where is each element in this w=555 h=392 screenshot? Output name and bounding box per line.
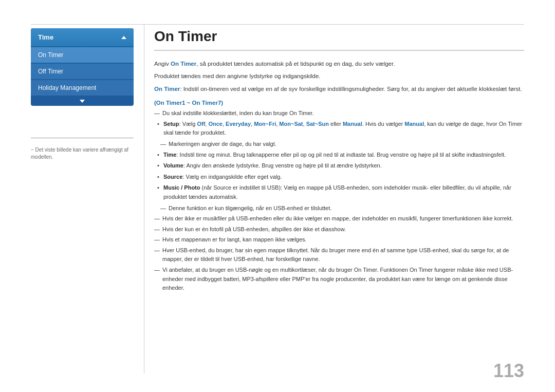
section-header: (On Timer1 ~ On Timer7) — [154, 100, 524, 106]
page-number: 113 — [493, 360, 524, 382]
bullet-source: Source: Vælg en indgangskilde efter eget… — [154, 173, 524, 182]
dash-item-1: Du skal indstille klokkeslættet, inden d… — [154, 109, 524, 118]
sidebar-up-arrow[interactable] — [121, 36, 126, 39]
kw-time: Time — [163, 152, 176, 158]
sidebar-menu: Time On Timer Off Timer Holiday Manageme… — [31, 28, 134, 106]
dash-usb-enhed: Hver USB-enhed, du bruger, har sin egen … — [154, 246, 524, 264]
vertical-divider — [144, 24, 144, 374]
sidebar-item-offtimer[interactable]: Off Timer — [31, 64, 134, 79]
dash-mappenavn: Hvis et mappenavn er for langt, kan mapp… — [154, 235, 524, 245]
intro-ontimer-label: On Timer — [154, 86, 180, 92]
sidebar-down-arrow-container — [31, 97, 134, 106]
sidebar-note-divider — [31, 138, 134, 138]
main-content: On Timer Angiv On Timer, så produktet tæ… — [154, 28, 524, 366]
sidebar-item-ontimer[interactable]: On Timer — [31, 47, 134, 63]
intro-paragraph-2: Produktet tændes med den angivne lydstyr… — [154, 71, 524, 81]
page-title: On Timer — [154, 28, 524, 51]
sidebar-note: − Det viste billede kan variere afhængig… — [31, 146, 134, 161]
intro-ontimer-link: On Timer — [171, 61, 196, 67]
dash-denne-funktion: Denne funktion er kun tilgængelig, når e… — [154, 204, 524, 213]
sidebar-down-arrow[interactable] — [80, 100, 85, 103]
dash-musikfiler: Hvis der ikke er musikfiler på USB-enhed… — [154, 214, 524, 223]
sidebar: Time On Timer Off Timer Holiday Manageme… — [31, 28, 134, 106]
kw-volume: Volume — [163, 162, 183, 169]
kw-music-photo: Music / Photo — [163, 184, 200, 191]
bullet-volume: Volume: Angiv den ønskede lydstyrke. Bru… — [154, 161, 524, 171]
intro-paragraph-3: On Timer: Indstil on-timeren ved at vælg… — [154, 84, 524, 94]
top-divider — [31, 24, 524, 25]
bullet-time: Time: Indstil time og minut. Brug talkna… — [154, 151, 524, 160]
ontimer-ref-1: On Timer — [289, 110, 312, 116]
dash-fotofil: Hvis der kun er én fotofil på USB-enhede… — [154, 225, 524, 234]
sidebar-title: Time — [38, 33, 53, 41]
sidebar-header: Time — [31, 28, 134, 46]
kw-setup: Setup — [163, 121, 179, 127]
dash-indent-markeringen: Markeringen angiver de dage, du har valg… — [154, 140, 524, 149]
sidebar-item-holiday[interactable]: Holiday Management — [31, 80, 134, 96]
bullet-music-photo: Music / Photo (når Source er indstillet … — [154, 183, 524, 201]
intro-paragraph-1: Angiv On Timer, så produktet tændes auto… — [154, 59, 524, 68]
kw-source: Source — [163, 174, 182, 180]
dash-anbefaler: Vi anbefaler, at du bruger en USB-nøgle … — [154, 266, 524, 293]
bullet-setup: Setup: Vælg Off, Once, Everyday, Mon~Fri… — [154, 120, 524, 138]
